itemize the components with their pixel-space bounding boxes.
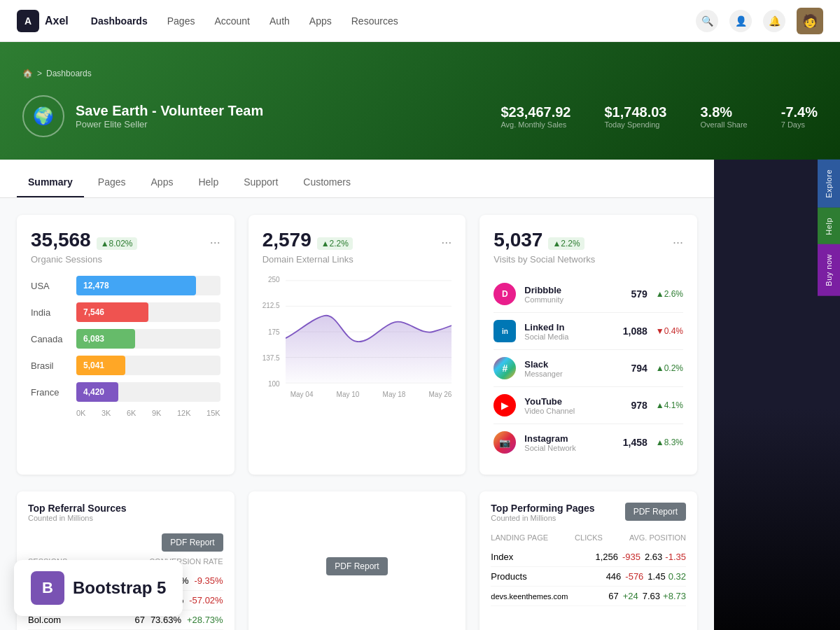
instagram-icon: 📷: [493, 431, 516, 454]
x-label-may26: May 26: [429, 391, 452, 398]
axis-3k: 3K: [102, 409, 111, 417]
clicks-1: 1,256: [595, 552, 618, 562]
page-3: devs.keenthemes.com: [491, 592, 608, 601]
dribbble-info: Dribbble Community: [524, 285, 631, 304]
youtube-name: YouTube: [524, 396, 631, 407]
tab-pages[interactable]: Pages: [87, 171, 137, 197]
x-label-may18: May 18: [383, 391, 406, 398]
pages-pdf-btn[interactable]: PDF Report: [625, 503, 686, 521]
performing-pages-card: Top Performing Pages Counted in Millions…: [479, 491, 697, 630]
clicks-change-3: +24: [623, 591, 638, 601]
metric-organic-sessions: 35,568 ▲8.02% ··· Organic Sessions USA 1…: [17, 215, 234, 475]
home-icon: 🏠: [22, 69, 33, 78]
referral-title: Top Referral Sources: [28, 503, 127, 514]
tab-customers[interactable]: Customers: [292, 171, 362, 197]
y-label-250: 250: [262, 276, 280, 284]
metric-menu-1[interactable]: ···: [210, 235, 220, 250]
brand-icon: A: [17, 10, 39, 32]
y-label-175: 175: [262, 328, 280, 336]
instagram-change: ▲8.3%: [656, 438, 683, 447]
bar-country-canada: Canada: [31, 334, 69, 344]
tab-help[interactable]: Help: [187, 171, 230, 197]
search-icon[interactable]: 🔍: [696, 10, 718, 32]
row-name-3: Bol.com: [28, 615, 134, 625]
bar-country-france: France: [31, 387, 69, 398]
hero-text: Save Earth - Volunteer Team Power Elite …: [76, 103, 263, 130]
youtube-count: 978: [631, 400, 647, 411]
x-label-may04: May 04: [290, 391, 314, 398]
linkedin-icon: in: [493, 320, 516, 342]
col-landing: LANDING PAGE: [491, 533, 548, 542]
tab-support[interactable]: Support: [232, 171, 289, 197]
nav-apps[interactable]: Apps: [309, 15, 332, 27]
clicks-change-2: -576: [625, 571, 643, 582]
nav-account[interactable]: Account: [214, 15, 250, 27]
linkedin-sub: Social Media: [524, 332, 622, 341]
help-tab[interactable]: Help: [818, 208, 840, 245]
youtube-info: YouTube Video Channel: [524, 396, 631, 415]
line-chart-svg: [286, 276, 452, 388]
slack-name: Slack: [524, 359, 631, 370]
x-label-may10: May 10: [337, 391, 360, 398]
slack-icon: #: [493, 357, 516, 379]
pdf-report-center-btn[interactable]: PDF Report: [326, 557, 387, 575]
breadcrumb: 🏠 > Dashboards: [0, 63, 840, 84]
bar-outer-canada: 6,083: [76, 329, 220, 349]
bar-row-india: India 7,546: [31, 302, 220, 322]
stat-value-3: 3.8%: [700, 104, 747, 120]
buy-now-tab[interactable]: Buy now: [818, 244, 840, 296]
col-avg-position: AVG. POSITION: [629, 533, 686, 542]
metric-menu-3[interactable]: ···: [673, 235, 683, 250]
dark-right-panel: Explore Help Buy now: [714, 160, 840, 630]
avatar[interactable]: 🧑: [797, 8, 823, 34]
brand-name: Axel: [45, 15, 69, 27]
bar-chart: USA 12,478 India 7,546 Canad: [31, 276, 220, 417]
explore-tab[interactable]: Explore: [818, 160, 840, 208]
hero-logo: 🌍: [22, 95, 64, 137]
dribbble-name: Dribbble: [524, 285, 631, 295]
hero-stat-1: $23,467.92 Avg. Monthly Sales: [500, 104, 570, 129]
notification-icon[interactable]: 🔔: [763, 10, 785, 32]
rate-change-1: -9.35%: [194, 575, 223, 586]
referral-pdf-btn[interactable]: PDF Report: [162, 533, 223, 552]
user-icon[interactable]: 👤: [729, 10, 752, 32]
nav-pages[interactable]: Pages: [167, 15, 195, 27]
linkedin-name: Linked In: [524, 322, 622, 332]
page-2: Products: [491, 571, 606, 582]
stat-label-4: 7 Days: [781, 120, 818, 129]
bar-country-usa: USA: [31, 281, 69, 291]
youtube-change: ▲4.1%: [656, 400, 683, 410]
brand[interactable]: A Axel: [17, 10, 69, 32]
nav-auth[interactable]: Auth: [270, 15, 290, 27]
tab-apps[interactable]: Apps: [140, 171, 185, 197]
metric-menu-2[interactable]: ···: [441, 235, 451, 250]
axis-6k: 6K: [127, 409, 136, 417]
metric-label-3: Visits by Social Networks: [493, 254, 683, 265]
referral-pdf-card: PDF Report: [248, 491, 466, 630]
bar-axis: 0K 3K 6K 9K 12K 15K: [31, 409, 220, 417]
referral-subtitle: Counted in Millions: [28, 514, 127, 522]
hero-subtitle: Power Elite Seller: [76, 119, 263, 130]
metric-badge-1: ▲8.02%: [97, 237, 137, 250]
axis-9k: 9K: [152, 409, 161, 417]
nav-dashboards[interactable]: Dashboards: [91, 15, 148, 27]
tab-summary[interactable]: Summary: [17, 171, 84, 197]
pos-2: 1.45: [648, 571, 665, 582]
sessions-3: 67: [134, 615, 144, 625]
y-label-2125: 212.5: [262, 302, 280, 309]
col-clicks: CLICKS: [575, 533, 603, 542]
metric-label-2: Domain External Links: [262, 254, 452, 265]
metric-top-1: 35,568 ▲8.02% ···: [31, 229, 220, 251]
rate-change-2: -57.02%: [189, 595, 223, 606]
bar-inner-france: 4,420: [76, 382, 118, 402]
metric-top-3: 5,037 ▲2.2% ···: [493, 229, 683, 251]
bar-country-brasil: Brasil: [31, 360, 69, 371]
bar-outer-india: 7,546: [76, 302, 220, 322]
youtube-icon: ▶: [493, 394, 516, 416]
tab-bar: Summary Pages Apps Help Support Customer…: [0, 160, 714, 198]
nav-resources[interactable]: Resources: [351, 15, 398, 27]
rate-3: 73.63%: [150, 615, 181, 625]
pages-subtitle: Counted in Millions: [491, 514, 594, 522]
bar-outer-brasil: 5,041: [76, 356, 220, 375]
stat-label-1: Avg. Monthly Sales: [500, 120, 570, 129]
